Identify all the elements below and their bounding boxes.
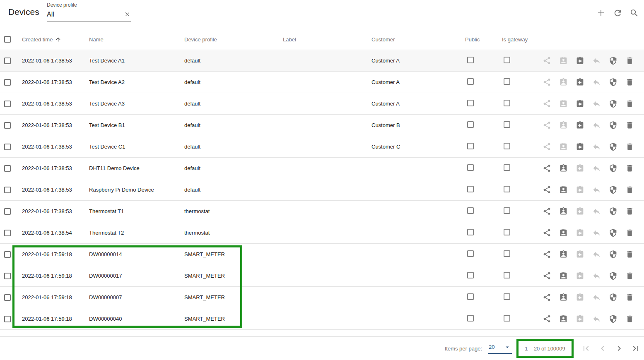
table-row[interactable]: 2022-01-06 17:38:53 Raspberry Pi Demo De… (0, 179, 644, 201)
is-gateway-checkbox (504, 250, 510, 257)
manage-credentials-button[interactable] (605, 53, 621, 69)
assign-to-customer-button[interactable] (555, 311, 572, 327)
delete-device-button[interactable] (621, 268, 638, 284)
table-row[interactable]: 2022-01-06 17:59:18 DW00000017 SMART_MET… (0, 265, 644, 287)
column-header-device-profile[interactable]: Device profile (181, 36, 279, 43)
share-device-button[interactable] (538, 289, 555, 306)
clear-filter-button[interactable] (124, 11, 131, 18)
manage-credentials-icon (609, 271, 617, 280)
row-checkbox[interactable] (4, 122, 11, 129)
manage-credentials-button[interactable] (605, 246, 621, 263)
manage-credentials-button[interactable] (605, 117, 621, 134)
column-header-name[interactable]: Name (85, 36, 181, 43)
delete-device-button[interactable] (621, 289, 638, 306)
unassign-from-customer-button[interactable] (572, 96, 588, 112)
table-row[interactable]: 2022-01-06 17:38:53 Test Device A2 defau… (0, 72, 644, 93)
row-checkbox[interactable] (4, 144, 11, 150)
table-row[interactable]: 2022-01-06 17:38:53 DHT11 Demo Device de… (0, 158, 644, 179)
unassign-from-customer-button[interactable] (572, 53, 588, 69)
row-checkbox[interactable] (4, 187, 11, 193)
delete-device-button[interactable] (621, 311, 638, 327)
table-row[interactable]: 2022-01-06 17:59:18 DW00000040 SMART_MET… (0, 308, 644, 330)
paginator-range-label: 1 – 20 of 100009 (525, 346, 565, 352)
unassign-from-customer-icon (576, 164, 584, 173)
assign-to-customer-button[interactable] (555, 268, 572, 284)
add-device-button[interactable] (593, 5, 609, 21)
row-checkbox[interactable] (4, 208, 11, 215)
table-row[interactable]: 2022-01-06 17:38:53 Test Device C1 defau… (0, 136, 644, 158)
delete-device-button[interactable] (621, 160, 638, 177)
assign-to-customer-button[interactable] (555, 246, 572, 263)
share-device-button[interactable] (538, 311, 555, 327)
next-page-button[interactable] (611, 340, 627, 357)
table-row[interactable]: 2022-01-06 17:38:53 Test Device A1 defau… (0, 50, 644, 72)
row-checkbox[interactable] (4, 251, 11, 258)
share-device-button[interactable] (538, 268, 555, 284)
delete-device-button[interactable] (621, 96, 638, 112)
manage-credentials-button[interactable] (605, 96, 621, 112)
device-profile-filter-value[interactable]: All (47, 11, 54, 18)
unassign-from-customer-icon (576, 314, 584, 323)
share-device-button[interactable] (538, 203, 555, 220)
assign-to-customer-button[interactable] (555, 225, 572, 241)
assign-to-customer-button[interactable] (555, 203, 572, 220)
device-profile-filter[interactable]: Device profile All (47, 2, 131, 22)
row-checkbox[interactable] (4, 101, 11, 107)
row-checkbox[interactable] (4, 79, 11, 86)
manage-credentials-button[interactable] (605, 74, 621, 91)
delete-device-button[interactable] (621, 74, 638, 91)
share-device-button[interactable] (538, 160, 555, 177)
manage-credentials-button[interactable] (605, 182, 621, 198)
refresh-button[interactable] (609, 5, 626, 21)
delete-device-button[interactable] (621, 203, 638, 220)
assign-to-customer-button[interactable] (555, 182, 572, 198)
table-row[interactable]: 2022-01-06 17:38:54 Thermostat T2 thermo… (0, 222, 644, 244)
column-header-created-time[interactable]: Created time (18, 36, 85, 43)
manage-credentials-button[interactable] (605, 160, 621, 177)
assign-to-customer-button[interactable] (555, 160, 572, 177)
row-checkbox[interactable] (4, 273, 11, 279)
manage-credentials-button[interactable] (605, 225, 621, 241)
manage-credentials-button[interactable] (605, 289, 621, 306)
last-page-button[interactable] (627, 340, 644, 357)
column-header-label[interactable]: Label (279, 36, 368, 43)
column-header-customer[interactable]: Customer (368, 36, 461, 43)
table-row[interactable]: 2022-01-06 17:38:53 Thermostat T1 thermo… (0, 201, 644, 222)
unassign-from-customer-button[interactable] (572, 139, 588, 155)
unassign-from-customer-button[interactable] (572, 74, 588, 91)
manage-credentials-button[interactable] (605, 311, 621, 327)
row-checkbox[interactable] (4, 230, 11, 236)
delete-device-button[interactable] (621, 139, 638, 155)
table-row[interactable]: 2022-01-06 17:38:53 Test Device B1 defau… (0, 115, 644, 136)
assign-to-customer-icon (559, 99, 568, 108)
unassign-from-customer-icon (576, 78, 584, 86)
manage-credentials-button[interactable] (605, 203, 621, 220)
row-checkbox[interactable] (4, 316, 11, 322)
search-button[interactable] (626, 5, 642, 21)
column-header-public[interactable]: Public (461, 36, 498, 43)
column-header-is-gateway[interactable]: Is gateway (498, 36, 538, 43)
share-device-button[interactable] (538, 182, 555, 198)
cell-created-time: 2022-01-06 17:59:18 (18, 273, 85, 279)
assign-to-customer-button[interactable] (555, 289, 572, 306)
delete-device-button[interactable] (621, 246, 638, 263)
delete-device-button[interactable] (621, 117, 638, 134)
row-checkbox[interactable] (4, 58, 11, 64)
manage-credentials-button[interactable] (605, 139, 621, 155)
items-per-page-select[interactable]: 20 (488, 343, 512, 354)
unassign-from-customer-button[interactable] (572, 117, 588, 134)
delete-device-button[interactable] (621, 182, 638, 198)
table-row[interactable]: 2022-01-06 17:38:53 Test Device A3 defau… (0, 93, 644, 115)
share-device-button[interactable] (538, 225, 555, 241)
delete-device-button[interactable] (621, 225, 638, 241)
delete-device-button[interactable] (621, 53, 638, 69)
last-page-icon (631, 343, 641, 353)
row-checkbox[interactable] (4, 294, 11, 301)
row-checkbox[interactable] (4, 165, 11, 172)
share-device-button[interactable] (538, 246, 555, 263)
manage-credentials-button[interactable] (605, 268, 621, 284)
table-row[interactable]: 2022-01-06 17:59:18 DW00000014 SMART_MET… (0, 244, 644, 265)
devices-toolbar: Devices Device profile All (0, 0, 644, 29)
table-row[interactable]: 2022-01-06 17:59:18 DW00000007 SMART_MET… (0, 287, 644, 308)
select-all-checkbox[interactable] (4, 36, 11, 43)
